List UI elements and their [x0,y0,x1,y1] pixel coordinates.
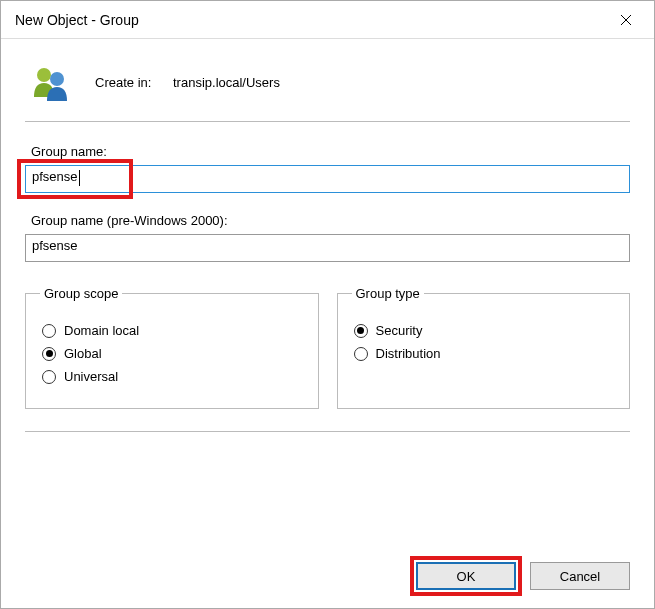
ok-button[interactable]: OK [416,562,516,590]
cancel-label: Cancel [560,569,600,584]
divider-top [25,121,630,122]
group-name-label: Group name: [31,144,630,159]
group-name-value: pfsense [32,169,78,184]
radio-universal[interactable]: Universal [42,369,302,384]
create-in-label: Create in: [95,75,151,90]
titlebar: New Object - Group [1,1,654,39]
radio-security[interactable]: Security [354,323,614,338]
close-button[interactable] [602,1,650,38]
button-bar: OK Cancel [1,546,654,608]
group-type-fieldset: Group type Security Distribution [337,286,631,409]
group-type-legend: Group type [352,286,424,301]
group-name-wrap: pfsense [25,165,630,193]
svg-point-3 [50,72,64,86]
radio-label: Security [376,323,423,338]
group-name-pre2000-value: pfsense [32,238,78,253]
dialog-content: Create in: transip.local/Users Group nam… [1,39,654,546]
radio-icon [354,324,368,338]
radio-global[interactable]: Global [42,346,302,361]
ok-label: OK [457,569,476,584]
group-scope-legend: Group scope [40,286,122,301]
radio-domain-local[interactable]: Domain local [42,323,302,338]
group-users-icon [29,61,71,103]
group-name-pre2000-label: Group name (pre-Windows 2000): [31,213,630,228]
fieldset-row: Group scope Domain local Global Universa… [25,286,630,409]
radio-icon [42,324,56,338]
window-title: New Object - Group [15,12,602,28]
close-icon [620,14,632,26]
divider-bottom [25,431,630,432]
radio-label: Distribution [376,346,441,361]
group-name-input[interactable]: pfsense [25,165,630,193]
radio-icon [354,347,368,361]
create-in-path: transip.local/Users [173,75,280,90]
radio-icon [42,347,56,361]
radio-label: Global [64,346,102,361]
radio-distribution[interactable]: Distribution [354,346,614,361]
dialog-window: New Object - Group Create in: transip.lo… [0,0,655,609]
radio-icon [42,370,56,384]
cancel-button[interactable]: Cancel [530,562,630,590]
ok-wrap: OK [416,562,516,590]
radio-label: Universal [64,369,118,384]
radio-label: Domain local [64,323,139,338]
create-in-row: Create in: transip.local/Users [25,53,630,121]
svg-point-2 [37,68,51,82]
group-name-pre2000-input[interactable]: pfsense [25,234,630,262]
text-caret [79,170,80,186]
group-name-pre2000-wrap: pfsense [25,234,630,262]
group-scope-fieldset: Group scope Domain local Global Universa… [25,286,319,409]
